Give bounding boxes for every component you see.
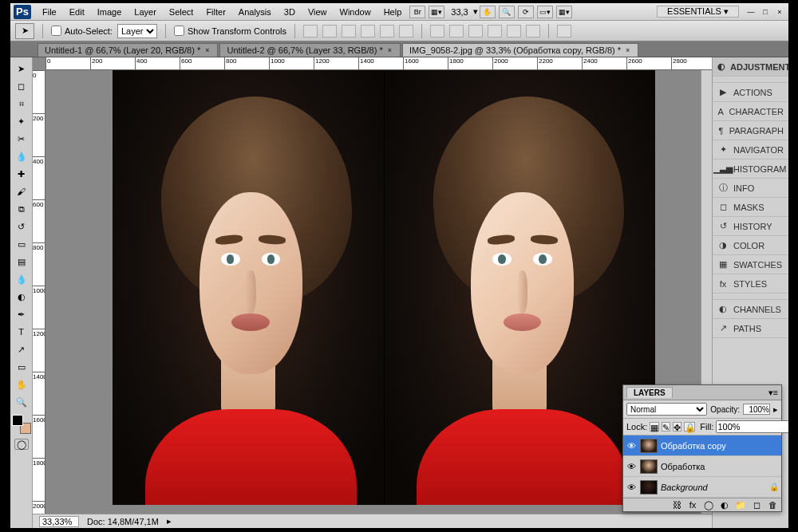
hand-icon[interactable]: ✋: [480, 6, 496, 18]
screenmode-icon[interactable]: ▭▾: [537, 6, 553, 18]
menu-image[interactable]: Image: [91, 7, 128, 17]
layer-thumbnail[interactable]: [640, 459, 658, 474]
panel-masks[interactable]: ◻MASKS: [713, 198, 788, 217]
menu-file[interactable]: File: [36, 7, 63, 17]
layer-row[interactable]: 👁Обработка: [623, 456, 781, 477]
auto-align-icon[interactable]: [557, 25, 571, 37]
panel-info[interactable]: ⓘINFO: [713, 179, 788, 198]
panel-histogram[interactable]: ▁▃▅HISTOGRAM: [713, 160, 788, 179]
distribute-icon[interactable]: [430, 25, 444, 37]
move-tool[interactable]: ➤: [13, 61, 30, 77]
document-canvas[interactable]: [113, 70, 655, 505]
document-tab[interactable]: Untitled-1 @ 66,7% (Layer 20, RGB/8) *×: [38, 43, 218, 57]
panel-history[interactable]: ↺HISTORY: [713, 217, 788, 236]
menu-window[interactable]: Window: [334, 7, 377, 17]
lock-all-icon[interactable]: 🔒: [684, 422, 695, 432]
layer-name[interactable]: Обработка: [661, 462, 779, 471]
layer-name[interactable]: Обработка copy: [661, 441, 779, 451]
layer-thumbnail[interactable]: [640, 480, 658, 495]
document-tab[interactable]: IMG_9058-2.jpg @ 33,3% (Обработка copy, …: [402, 43, 638, 57]
panel-character[interactable]: ACHARACTER: [713, 102, 788, 121]
auto-select-checkbox[interactable]: Auto-Select:: [51, 26, 113, 36]
panel-adjustments[interactable]: ◐ADJUSTMENTS: [713, 57, 788, 77]
close-tab-icon[interactable]: ×: [205, 46, 209, 54]
menu-select[interactable]: Select: [163, 7, 200, 17]
minimize-button[interactable]: —: [745, 7, 757, 17]
zoom-tool[interactable]: 🔍: [13, 394, 30, 410]
show-transform-checkbox[interactable]: Show Transform Controls: [174, 26, 286, 36]
hand-tool[interactable]: ✋: [13, 376, 30, 392]
crop-tool[interactable]: ✂: [13, 131, 30, 147]
zoom-icon[interactable]: 🔍: [499, 6, 515, 18]
menu-view[interactable]: View: [302, 7, 334, 17]
close-tab-icon[interactable]: ×: [626, 46, 630, 54]
lasso-tool[interactable]: ⌗: [13, 96, 30, 112]
opacity-input[interactable]: [743, 404, 770, 415]
arrange-icon[interactable]: ▦▾: [429, 6, 444, 18]
color-swatches[interactable]: [12, 415, 31, 434]
group-icon[interactable]: 📁: [735, 500, 746, 510]
visibility-icon[interactable]: 👁: [626, 441, 637, 451]
layers-panel-titlebar[interactable]: LAYERS ▾≡: [623, 385, 781, 400]
auto-select-dropdown[interactable]: Layer: [117, 24, 157, 38]
blend-mode-dropdown[interactable]: Normal: [626, 403, 707, 416]
panel-actions[interactable]: ▶ACTIONS: [713, 83, 788, 102]
panel-swatches[interactable]: ▦SWATCHES: [713, 255, 788, 274]
panel-menu-icon[interactable]: ▾≡: [768, 388, 778, 398]
panel-navigator[interactable]: ✦NAVIGATOR: [713, 140, 788, 160]
layer-name[interactable]: Background: [661, 483, 766, 492]
status-zoom[interactable]: 33,33%: [39, 516, 79, 527]
workspace-switcher[interactable]: ESSENTIALS ▾: [657, 6, 739, 18]
dodge-tool[interactable]: ◐: [13, 289, 30, 305]
bridge-icon[interactable]: Br: [409, 6, 425, 18]
zoom-level[interactable]: 33,3: [446, 7, 472, 17]
extras-icon[interactable]: ▦▾: [556, 6, 572, 18]
status-arrow-icon[interactable]: ▸: [167, 516, 172, 526]
align-icon[interactable]: [303, 25, 318, 37]
blur-tool[interactable]: 💧: [13, 271, 30, 287]
layer-thumbnail[interactable]: [640, 439, 658, 453]
stamp-tool[interactable]: ⧉: [13, 201, 30, 217]
path-tool[interactable]: ↗: [13, 341, 30, 357]
panel-styles[interactable]: fxSTYLES: [713, 274, 788, 294]
visibility-icon[interactable]: 👁: [626, 483, 637, 492]
wand-tool[interactable]: ✦: [13, 113, 30, 129]
menu-edit[interactable]: Edit: [63, 7, 91, 17]
maximize-button[interactable]: □: [760, 7, 771, 17]
menu-layer[interactable]: Layer: [128, 7, 163, 17]
document-tab[interactable]: Untitled-2 @ 66,7% (Layer 33, RGB/8) *×: [219, 43, 400, 57]
history-tool[interactable]: ↺: [13, 219, 30, 234]
lock-position-icon[interactable]: ✥: [673, 422, 681, 432]
type-tool[interactable]: T: [13, 324, 30, 340]
menu-3d[interactable]: 3D: [278, 7, 302, 17]
visibility-icon[interactable]: 👁: [626, 462, 637, 471]
heal-tool[interactable]: ✚: [13, 166, 30, 182]
layer-mask-icon[interactable]: ◯: [703, 500, 714, 510]
layer-fx-icon[interactable]: fx: [687, 500, 698, 510]
eyedrop-tool[interactable]: 💧: [13, 148, 30, 164]
rect-tool[interactable]: ▭: [13, 359, 30, 375]
panel-paragraph[interactable]: ¶PARAGRAPH: [713, 121, 788, 140]
link-layers-icon[interactable]: ⛓: [671, 500, 682, 510]
lock-pixels-icon[interactable]: ✎: [662, 422, 670, 432]
layer-row[interactable]: 👁Обработка copy: [623, 435, 781, 456]
panel-paths[interactable]: ↗PATHS: [713, 319, 788, 338]
delete-layer-icon[interactable]: 🗑: [767, 500, 778, 510]
panel-channels[interactable]: ◐CHANNELS: [713, 300, 788, 319]
pen-tool[interactable]: ✒: [13, 306, 30, 322]
quick-mask-icon[interactable]: ◯: [14, 439, 29, 450]
lock-transparent-icon[interactable]: ▦: [650, 422, 659, 432]
menu-analysis[interactable]: Analysis: [232, 7, 278, 17]
menu-help[interactable]: Help: [377, 7, 409, 17]
panel-color[interactable]: ◑COLOR: [713, 236, 788, 255]
brush-tool[interactable]: 🖌: [13, 183, 30, 199]
adjustment-layer-icon[interactable]: ◐: [719, 500, 730, 510]
layer-row[interactable]: 👁Background🔒: [623, 477, 781, 498]
fill-input[interactable]: [716, 420, 788, 433]
close-button[interactable]: ×: [774, 7, 785, 17]
gradient-tool[interactable]: ▤: [13, 254, 30, 270]
rotate-icon[interactable]: ⟳: [518, 6, 534, 18]
layers-tab[interactable]: LAYERS: [626, 387, 673, 398]
new-layer-icon[interactable]: ◻: [751, 500, 762, 510]
eraser-tool[interactable]: ▭: [13, 236, 30, 252]
